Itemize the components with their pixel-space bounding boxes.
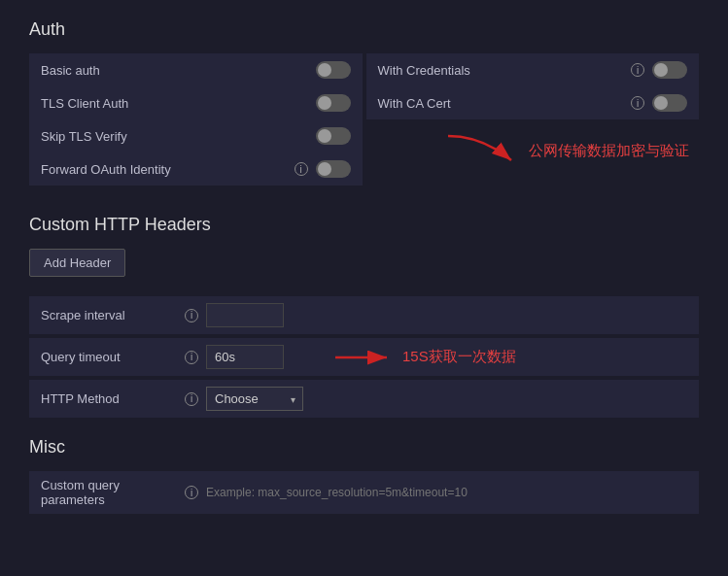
oauth-info-icon[interactable]: i: [295, 162, 308, 176]
basic-auth-label: Basic auth: [41, 63, 308, 78]
scrape-interval-row: Scrape interval i 15S获取一次数据: [29, 296, 699, 334]
skip-tls-label: Skip TLS Verify: [41, 129, 308, 144]
auth-row-skip-tls: Skip TLS Verify: [29, 119, 363, 152]
scrape-arrow-svg: [330, 343, 399, 372]
misc-row: Custom query parameters i: [29, 471, 699, 514]
custom-query-info-icon[interactable]: i: [185, 486, 198, 499]
scrape-interval-input[interactable]: [206, 303, 284, 327]
auth-row-basic: Basic auth: [29, 53, 363, 86]
credentials-label: With Credentials: [378, 63, 624, 78]
auth-arrow-svg: [443, 131, 521, 170]
add-header-button[interactable]: Add Header: [29, 249, 125, 277]
http-method-label: HTTP Method: [41, 391, 177, 406]
oauth-label: Forward OAuth Identity: [41, 162, 287, 177]
credentials-info-icon[interactable]: i: [631, 63, 644, 77]
auth-title: Auth: [29, 19, 699, 40]
query-timeout-info-icon[interactable]: i: [185, 351, 198, 364]
custom-query-input[interactable]: [206, 486, 687, 499]
custom-headers-section: Custom HTTP Headers Add Header: [29, 215, 699, 277]
scrape-section: Scrape interval i 15S获取一次数据: [29, 296, 699, 418]
auth-row-tls: TLS Client Auth: [29, 86, 363, 119]
ca-cert-label: With CA Cert: [378, 96, 624, 111]
misc-section: Misc Custom query parameters i: [29, 437, 699, 514]
tls-auth-toggle[interactable]: [316, 94, 351, 112]
auth-left-col: Basic auth TLS Client Auth Skip TLS Veri…: [29, 53, 363, 186]
http-method-select[interactable]: Choose GET POST PUT: [206, 387, 303, 411]
auth-section: Auth Basic auth TLS Client Auth: [29, 19, 699, 186]
basic-auth-toggle[interactable]: [316, 61, 351, 79]
http-method-dropdown-wrapper: Choose GET POST PUT ▾: [206, 387, 303, 411]
query-timeout-input[interactable]: [206, 345, 284, 369]
ca-cert-toggle[interactable]: [652, 94, 687, 112]
query-timeout-label: Query timeout: [41, 350, 177, 364]
oauth-toggle[interactable]: [316, 160, 351, 178]
main-container: Auth Basic auth TLS Client Auth: [0, 0, 728, 576]
misc-title: Misc: [29, 437, 699, 457]
auth-annotation: 公网传输数据加密与验证: [443, 131, 689, 170]
scrape-annotation: 15S获取一次数据: [330, 343, 516, 372]
ca-cert-info-icon[interactable]: i: [631, 96, 644, 110]
tls-auth-label: TLS Client Auth: [41, 96, 308, 111]
auth-row-credentials: With Credentials i: [366, 53, 700, 86]
scrape-annotation-text: 15S获取一次数据: [402, 348, 516, 366]
auth-annotation-text: 公网传输数据加密与验证: [529, 142, 689, 160]
auth-row-ca-cert: With CA Cert i: [366, 86, 700, 119]
credentials-toggle[interactable]: [652, 61, 687, 79]
http-method-info-icon[interactable]: i: [185, 392, 198, 406]
http-method-row: HTTP Method i Choose GET POST PUT ▾: [29, 380, 699, 418]
auth-row-oauth: Forward OAuth Identity i: [29, 152, 363, 186]
skip-tls-toggle[interactable]: [316, 127, 351, 145]
custom-query-label: Custom query parameters: [41, 478, 177, 507]
scrape-interval-label: Scrape interval: [41, 308, 177, 322]
scrape-interval-info-icon[interactable]: i: [185, 309, 198, 322]
custom-headers-title: Custom HTTP Headers: [29, 215, 699, 235]
